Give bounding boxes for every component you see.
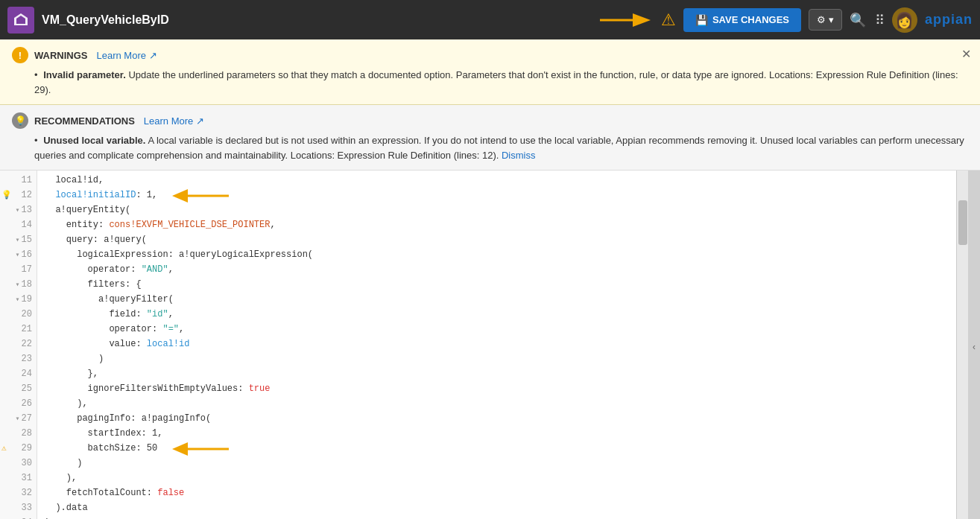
rec-learn-more-link[interactable]: Learn More ↗ — [144, 115, 204, 127]
code-token: ) — [45, 516, 50, 519]
line-numbers: 11💡12▾1314▾15▾1617▾18▾1920212223242526▾2… — [0, 171, 37, 519]
line-number: 19 — [22, 293, 32, 307]
save-icon: 💾 — [695, 14, 708, 26]
code-line: field: "id", — [45, 308, 949, 322]
line-number-row: 💡12 — [0, 188, 37, 203]
code-line: ignoreFiltersWithEmptyValues: true — [45, 382, 949, 397]
search-icon[interactable]: 🔍 — [850, 12, 866, 28]
line-number: 13 — [22, 203, 32, 217]
code-content[interactable]: local!id, local!initialID: 1, a!queryEnt… — [37, 171, 956, 519]
code-line: ) — [45, 352, 949, 367]
collapse-handle[interactable]: ‹ — [968, 171, 980, 519]
page-title: VM_QueryVehicleByID — [42, 13, 589, 27]
header: VM_QueryVehicleByID ⚠ 💾 SAVE CHANGES ⚙ ▾… — [0, 0, 980, 39]
code-token: local!id, — [45, 173, 104, 188]
code-line: local!id, — [45, 173, 949, 188]
line-number-row: 20 — [0, 308, 37, 322]
code-token: ), — [45, 397, 88, 411]
code-token: field: — [45, 308, 147, 322]
close-button[interactable]: ✕ — [961, 47, 971, 61]
line-number-row: 33 — [0, 501, 37, 516]
dismiss-link[interactable]: Dismiss — [502, 150, 536, 161]
line-number: 30 — [22, 456, 32, 471]
code-token: false — [157, 486, 184, 500]
line-number-row: 21 — [0, 322, 37, 337]
code-token: "id" — [147, 308, 168, 322]
rec-body-text: A local variable is declared but is not … — [34, 135, 964, 161]
code-line: }, — [45, 367, 949, 382]
line-number-row: ▾16 — [0, 248, 37, 263]
scrollbar-thumb[interactable] — [958, 200, 967, 245]
code-token: ) — [45, 456, 82, 471]
code-line: ), — [45, 397, 949, 412]
header-warning-triangle: ⚠ — [661, 10, 676, 30]
tip-line-indicator: 💡 — [1, 189, 12, 203]
expand-indicator[interactable]: ▾ — [16, 235, 20, 246]
code-line: local!initialID: 1, — [45, 188, 949, 203]
rec-header: 💡 RECOMMENDATIONS Learn More ↗ — [12, 112, 968, 129]
code-line: ) — [45, 516, 949, 519]
code-token: pagingInfo: — [45, 412, 142, 426]
expand-indicator[interactable]: ▾ — [16, 413, 20, 425]
line-number: 21 — [22, 322, 32, 337]
line-number-row: ▾27 — [0, 412, 37, 427]
code-token: cons!EXVFM_VEHICLE_DSE_POINTER — [109, 218, 270, 232]
code-arrow-annotation — [169, 189, 236, 203]
warning-body-text: Update the underlined parameters so that… — [34, 69, 958, 95]
code-token: "=" — [162, 322, 179, 337]
code-token: logicalExpression: — [45, 248, 179, 262]
rec-message: • Unused local variable. A local variabl… — [34, 133, 968, 162]
line-number: 28 — [22, 427, 32, 441]
code-token: operator: — [45, 322, 162, 337]
grid-icon[interactable]: ⠿ — [875, 12, 885, 28]
code-token: : 1, — [136, 188, 157, 203]
code-token: value: — [45, 337, 147, 351]
warning-label: WARNINGS — [34, 50, 88, 61]
avatar-image: 👩 — [895, 11, 914, 29]
scrollbar[interactable] — [956, 171, 968, 519]
line-number: 33 — [22, 501, 32, 515]
rec-label: RECOMMENDATIONS — [34, 115, 135, 127]
code-token: ) — [45, 352, 104, 366]
code-token: batchSize: — [45, 442, 147, 456]
line-number: 24 — [22, 367, 32, 381]
line-number: 18 — [22, 278, 32, 292]
code-line: ).data — [45, 501, 949, 516]
code-token: query: — [45, 233, 104, 247]
line-number-row: ▾13 — [0, 203, 37, 218]
code-arrow-annotation — [169, 442, 236, 456]
code-editor: 11💡12▾1314▾15▾1617▾18▾1920212223242526▾2… — [0, 171, 980, 519]
save-button[interactable]: 💾 SAVE CHANGES — [683, 8, 801, 32]
code-token: operator: — [45, 263, 142, 277]
code-token: entity: — [45, 218, 109, 232]
line-number: 26 — [22, 397, 32, 411]
line-number-row: 26 — [0, 397, 37, 412]
warning-learn-more-link[interactable]: Learn More ↗ — [97, 50, 157, 61]
rec-icon: 💡 — [12, 112, 28, 129]
code-token: , — [168, 263, 174, 277]
line-number: 20 — [22, 308, 32, 322]
code-token: ).data — [45, 501, 88, 515]
code-token: 50 — [147, 442, 157, 456]
code-token: a!queryEntity( — [45, 203, 130, 217]
expand-indicator[interactable]: ▾ — [16, 294, 20, 306]
expand-indicator[interactable]: ▾ — [16, 205, 20, 217]
line-number: 29 — [22, 442, 32, 456]
line-number: 16 — [22, 248, 32, 262]
line-number: 14 — [22, 218, 32, 232]
line-number-row: 22 — [0, 337, 37, 352]
arrow-icon — [169, 442, 236, 456]
expand-indicator[interactable]: ▾ — [16, 249, 20, 261]
line-number-row: ▾19 — [0, 293, 37, 308]
code-line: a!queryEntity( — [45, 203, 949, 218]
rec-bold-text: Unused local variable. — [43, 135, 145, 146]
avatar[interactable]: 👩 — [892, 7, 917, 33]
line-number-row: 23 — [0, 352, 37, 367]
warning-line-indicator: ⚠ — [1, 442, 7, 456]
settings-button[interactable]: ⚙ ▾ — [809, 9, 842, 31]
expand-indicator[interactable]: ▾ — [16, 279, 20, 291]
line-number-row: ⚠29 — [0, 442, 37, 456]
code-line: filters: { — [45, 278, 949, 293]
code-line: query: a!query( — [45, 233, 949, 248]
code-token: 1 — [152, 427, 157, 441]
